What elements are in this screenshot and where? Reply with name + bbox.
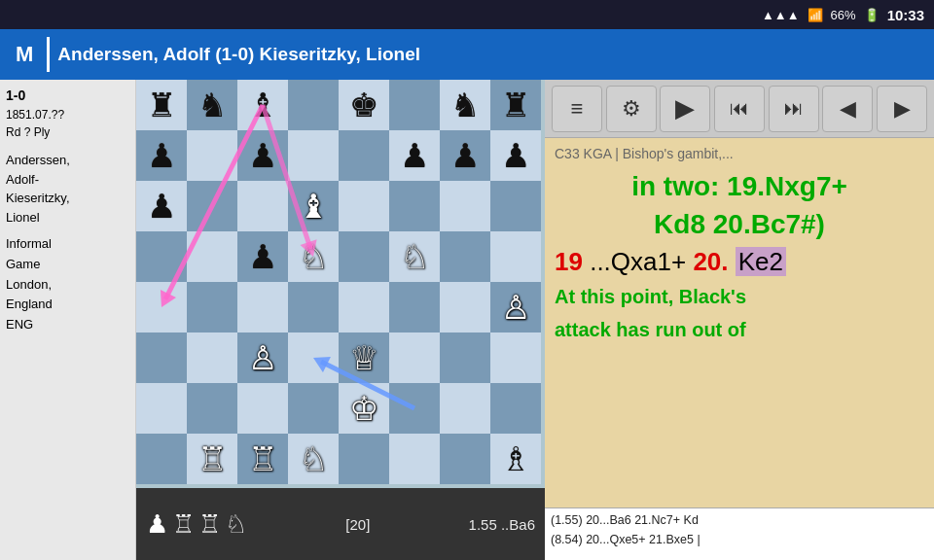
square-4-0[interactable] — [136, 282, 187, 332]
square-6-7[interactable] — [490, 383, 541, 434]
back-btn[interactable]: ◀ — [822, 86, 873, 132]
square-4-1[interactable] — [187, 282, 237, 332]
square-3-3[interactable]: ♘ — [288, 231, 339, 282]
bottom-piece-3: ♖ — [198, 509, 221, 540]
square-6-6[interactable] — [440, 383, 490, 434]
title-divider — [47, 37, 50, 72]
square-7-1[interactable]: ♖ — [187, 434, 237, 484]
next-move: Ke2 — [736, 247, 786, 276]
current-move-line: 19 ...Qxa1+ 20. Ke2 — [555, 247, 924, 277]
play-btn[interactable]: ▶ — [660, 86, 710, 132]
left-panel: 1-0 1851.07.?? Rd ? Ply Anderssen, Adolf… — [0, 80, 136, 560]
square-7-3[interactable]: ♘ — [288, 434, 339, 484]
square-3-0[interactable] — [136, 231, 187, 282]
square-2-3[interactable]: ♝ — [288, 181, 339, 231]
square-3-5[interactable]: ♘ — [389, 231, 440, 282]
square-7-4[interactable] — [339, 434, 389, 484]
square-1-1[interactable] — [187, 130, 237, 181]
chess-board[interactable]: ♜♞♝♚♞♜♟♟♟♟♟♟♝♟♘♘♙♙♕♔♖♖♘♗ — [136, 80, 545, 488]
square-1-5[interactable]: ♟ — [389, 130, 440, 181]
square-0-5[interactable] — [389, 80, 440, 130]
square-0-2[interactable]: ♝ — [237, 80, 288, 130]
square-5-3[interactable] — [288, 332, 339, 383]
square-0-0[interactable]: ♜ — [136, 80, 187, 130]
chess-piece: ♚ — [349, 88, 378, 122]
square-4-7[interactable]: ♙ — [490, 282, 541, 332]
square-0-7[interactable]: ♜ — [490, 80, 541, 130]
square-5-4[interactable]: ♕ — [339, 332, 389, 383]
combo-line-2: Kd8 20.Bc7#) — [555, 205, 924, 243]
square-1-0[interactable]: ♟ — [136, 130, 187, 181]
opening-line: C33 KGA | Bishop's gambit,... — [555, 146, 924, 161]
chess-piece: ♞ — [450, 88, 480, 122]
chess-piece: ♙ — [248, 341, 277, 374]
next-btn[interactable]: ⏭ — [769, 86, 819, 132]
square-3-2[interactable]: ♟ — [237, 231, 288, 282]
forward-btn[interactable]: ▶ — [877, 86, 927, 132]
bottom-piece-2: ♖ — [172, 509, 195, 540]
square-3-4[interactable] — [339, 231, 389, 282]
square-3-7[interactable] — [490, 231, 541, 282]
clock: 10:33 — [887, 7, 924, 23]
square-0-4[interactable]: ♚ — [339, 80, 389, 130]
title-bar: M Anderssen, Adolf (1-0) Kieseritzky, Li… — [0, 29, 934, 80]
chess-piece: ♟ — [248, 240, 277, 273]
square-2-0[interactable]: ♟ — [136, 181, 187, 231]
analysis-line-2: (8.54) 20...Qxe5+ 21.Bxe5 | — [551, 530, 928, 549]
square-1-3[interactable] — [288, 130, 339, 181]
chess-board-container[interactable]: ♜♞♝♚♞♜♟♟♟♟♟♟♝♟♘♘♙♙♕♔♖♖♘♗ ♟ ♖ ♖ ♘ [20] 1.… — [136, 80, 545, 560]
square-3-1[interactable] — [187, 231, 237, 282]
square-6-3[interactable] — [288, 383, 339, 434]
square-1-2[interactable]: ♟ — [237, 130, 288, 181]
square-2-4[interactable] — [339, 181, 389, 231]
square-4-6[interactable] — [440, 282, 490, 332]
square-6-1[interactable] — [187, 383, 237, 434]
square-5-0[interactable] — [136, 332, 187, 383]
square-2-5[interactable] — [389, 181, 440, 231]
chess-piece: ♝ — [248, 88, 277, 122]
square-0-1[interactable]: ♞ — [187, 80, 237, 130]
square-7-0[interactable] — [136, 434, 187, 484]
square-7-2[interactable]: ♖ — [237, 434, 288, 484]
settings-toolbar-btn[interactable]: ⚙ — [606, 86, 657, 132]
status-bar: ▲▲▲ 📶 66% 🔋 10:33 — [0, 0, 934, 29]
square-0-3[interactable] — [288, 80, 339, 130]
square-7-6[interactable] — [440, 434, 490, 484]
square-5-5[interactable] — [389, 332, 440, 383]
menu-button[interactable]: M — [10, 40, 39, 69]
player-names: Anderssen, Adolf- Kieseritzky, Lionel — [0, 147, 135, 230]
square-6-0[interactable] — [136, 383, 187, 434]
square-6-2[interactable] — [237, 383, 288, 434]
square-5-2[interactable]: ♙ — [237, 332, 288, 383]
square-2-2[interactable] — [237, 181, 288, 231]
square-4-3[interactable] — [288, 282, 339, 332]
game-rd-ply: Rd ? Ply — [6, 123, 129, 141]
square-7-5[interactable] — [389, 434, 440, 484]
square-4-4[interactable] — [339, 282, 389, 332]
chess-piece: ♟ — [501, 139, 530, 172]
square-1-4[interactable] — [339, 130, 389, 181]
square-5-6[interactable] — [440, 332, 490, 383]
square-5-1[interactable] — [187, 332, 237, 383]
square-4-2[interactable] — [237, 282, 288, 332]
square-1-6[interactable]: ♟ — [440, 130, 490, 181]
square-2-6[interactable] — [440, 181, 490, 231]
chess-piece: ♜ — [501, 88, 530, 122]
square-2-1[interactable] — [187, 181, 237, 231]
square-2-7[interactable] — [490, 181, 541, 231]
game-date: 1851.07.?? — [6, 106, 129, 123]
square-0-6[interactable]: ♞ — [440, 80, 490, 130]
square-7-7[interactable]: ♗ — [490, 434, 541, 484]
prev-btn[interactable]: ⏮ — [714, 86, 765, 132]
menu-toolbar-btn[interactable]: ≡ — [552, 86, 602, 132]
square-3-6[interactable] — [440, 231, 490, 282]
chess-piece: ♟ — [147, 190, 176, 223]
square-1-7[interactable]: ♟ — [490, 130, 541, 181]
battery-level: 66% — [831, 8, 856, 22]
square-6-4[interactable]: ♔ — [339, 383, 389, 434]
square-5-7[interactable] — [490, 332, 541, 383]
square-6-5[interactable] — [389, 383, 440, 434]
location1: London, — [6, 275, 129, 296]
square-4-5[interactable] — [389, 282, 440, 332]
player1-last: Adolf- — [6, 170, 129, 190]
